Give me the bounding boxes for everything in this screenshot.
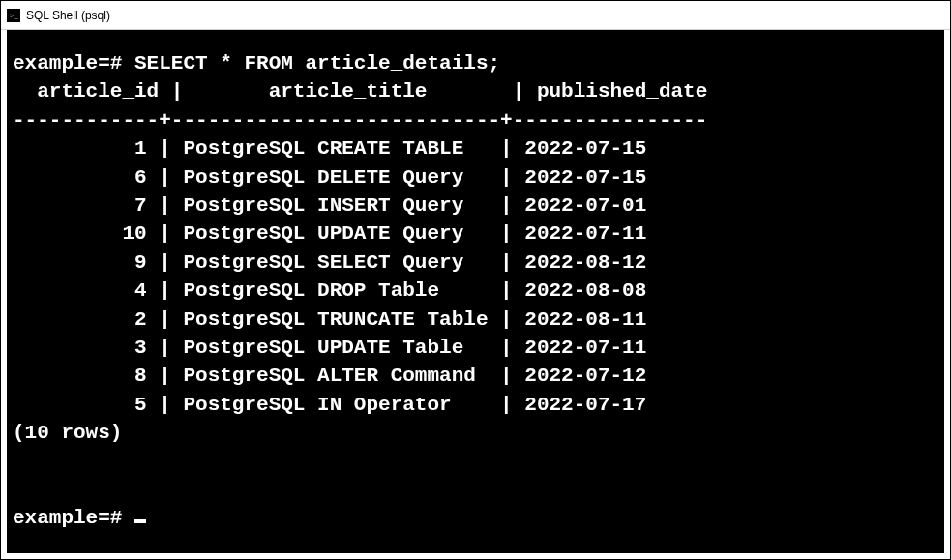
terminal-line: 9 | PostgreSQL SELECT Query | 2022-08-12: [13, 251, 646, 274]
terminal-line: 3 | PostgreSQL UPDATE Table | 2022-07-11: [13, 337, 646, 359]
terminal-line: 5 | PostgreSQL IN Operator | 2022-07-17: [13, 394, 646, 416]
terminal-prompt[interactable]: example=#: [13, 504, 938, 532]
terminal-line: 2 | PostgreSQL TRUNCATE Table | 2022-08-…: [13, 309, 646, 331]
svg-text:>_: >_: [10, 12, 19, 20]
prompt-text: example=#: [13, 504, 134, 532]
terminal-line: example=# SELECT * FROM article_details;: [13, 52, 500, 74]
terminal-line: 8 | PostgreSQL ALTER Command | 2022-07-1…: [13, 365, 646, 387]
cursor: [134, 519, 146, 523]
terminal-line: 1 | PostgreSQL CREATE TABLE | 2022-07-15: [13, 137, 646, 160]
terminal-line: (10 rows): [13, 422, 122, 444]
terminal-line: 4 | PostgreSQL DROP Table | 2022-08-08: [13, 280, 646, 302]
terminal-line: 7 | PostgreSQL INSERT Query | 2022-07-01: [13, 194, 646, 217]
terminal-output[interactable]: example=# SELECT * FROM article_details;…: [4, 30, 947, 556]
window-titlebar: >_ SQL Shell (psql): [1, 1, 950, 30]
terminal-line: 10 | PostgreSQL UPDATE Query | 2022-07-1…: [13, 222, 646, 245]
window-title: SQL Shell (psql): [26, 9, 110, 22]
terminal-line: article_id | article_title | published_d…: [13, 80, 707, 103]
app-icon: >_: [7, 9, 20, 22]
terminal-line: ------------+---------------------------…: [13, 109, 707, 132]
terminal-line: 6 | PostgreSQL DELETE Query | 2022-07-15: [13, 166, 646, 189]
